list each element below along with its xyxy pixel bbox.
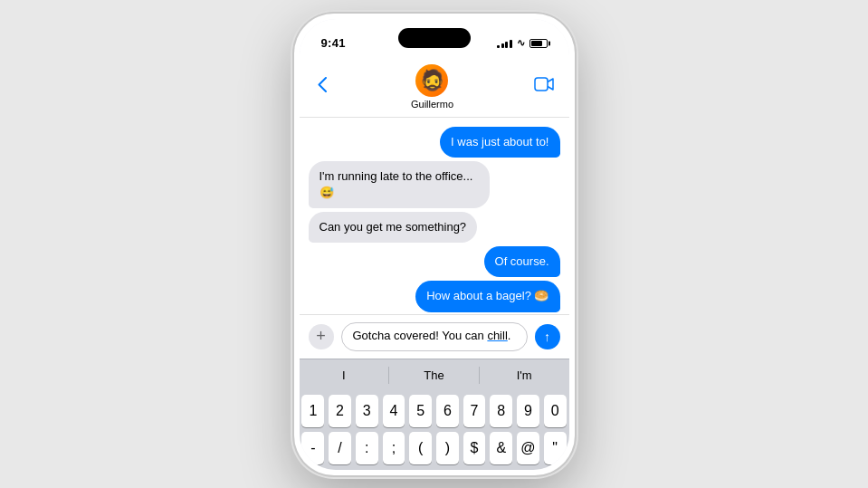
contact-info[interactable]: 🧔 Guillermo	[411, 64, 453, 110]
key-8[interactable]: 8	[490, 395, 512, 427]
input-area: + Gotcha covered! You can chill. ↑	[300, 314, 569, 359]
message-row: I'm running late to the office... 😅	[309, 161, 560, 208]
message-row: I was just about to!	[309, 127, 560, 158]
key-0[interactable]: 0	[544, 395, 567, 427]
message-text: Can you get me something?	[320, 220, 467, 234]
dynamic-island	[398, 28, 471, 48]
key-7[interactable]: 7	[463, 395, 486, 427]
key-open-paren[interactable]: (	[409, 432, 432, 464]
nav-header: 🧔 Guillermo	[300, 59, 569, 118]
add-attachment-button[interactable]: +	[309, 324, 334, 349]
key-1[interactable]: 1	[301, 395, 324, 427]
key-9[interactable]: 9	[517, 395, 539, 427]
key-colon[interactable]: :	[356, 432, 378, 464]
message-bubble: Can you get me something?	[309, 212, 478, 243]
avatar: 🧔	[415, 64, 448, 97]
predictive-word-1[interactable]: I	[300, 367, 390, 384]
phone-screen: 9:41 ∿	[300, 19, 569, 470]
message-text: I was just about to!	[451, 135, 548, 148]
keyboard: 1 2 3 4 5 6 7 8 9 0 - / : ; ( ) $ & @	[300, 391, 569, 470]
message-text: How about a bagel? 🥯	[426, 289, 548, 302]
predictive-text-bar: I The I'm	[300, 359, 569, 391]
svg-rect-0	[535, 78, 548, 91]
key-4[interactable]: 4	[383, 395, 405, 427]
input-text: Gotcha covered! You can chill.	[353, 329, 511, 342]
message-row: Can you get me something?	[309, 212, 560, 243]
key-dash[interactable]: -	[301, 432, 324, 464]
message-bubble: I'm running late to the office... 😅	[309, 161, 490, 208]
contact-name: Guillermo	[411, 99, 453, 110]
key-ampersand[interactable]: &	[490, 432, 512, 464]
key-at[interactable]: @	[517, 432, 539, 464]
message-text: I'm running late to the office... 😅	[320, 169, 473, 199]
send-icon: ↑	[544, 330, 550, 344]
battery-icon	[529, 39, 548, 48]
video-call-button[interactable]	[534, 77, 554, 96]
status-icons: ∿	[497, 37, 548, 49]
status-time: 9:41	[321, 36, 346, 50]
send-button[interactable]: ↑	[535, 324, 560, 349]
key-semicolon[interactable]: ;	[383, 432, 405, 464]
key-close-paren[interactable]: )	[436, 432, 459, 464]
back-button[interactable]	[314, 72, 330, 100]
messages-area: I was just about to! I'm running late to…	[300, 118, 569, 314]
key-5[interactable]: 5	[409, 395, 432, 427]
message-bubble: How about a bagel? 🥯	[415, 281, 559, 311]
message-row: Of course.	[309, 246, 560, 277]
plus-icon: +	[316, 327, 326, 346]
message-row: How about a bagel? 🥯	[309, 281, 560, 311]
predictive-word-2[interactable]: The	[389, 367, 480, 384]
message-bubble: Of course.	[484, 246, 560, 277]
key-2[interactable]: 2	[329, 395, 351, 427]
message-text: Of course.	[495, 254, 549, 268]
key-3[interactable]: 3	[356, 395, 378, 427]
signal-icon	[497, 39, 512, 48]
key-6[interactable]: 6	[436, 395, 459, 427]
key-slash[interactable]: /	[329, 432, 351, 464]
message-input[interactable]: Gotcha covered! You can chill.	[341, 322, 528, 351]
autocorrect-word: chill	[487, 329, 507, 342]
wifi-icon: ∿	[517, 37, 525, 49]
key-quote[interactable]: "	[544, 432, 567, 464]
key-dollar[interactable]: $	[463, 432, 486, 464]
phone-frame: 9:41 ∿	[294, 14, 575, 475]
message-bubble: I was just about to!	[440, 127, 559, 158]
keyboard-row-numbers: 1 2 3 4 5 6 7 8 9 0	[302, 395, 567, 427]
keyboard-row-symbols: - / : ; ( ) $ & @ "	[302, 432, 567, 464]
predictive-word-3[interactable]: I'm	[480, 367, 569, 384]
